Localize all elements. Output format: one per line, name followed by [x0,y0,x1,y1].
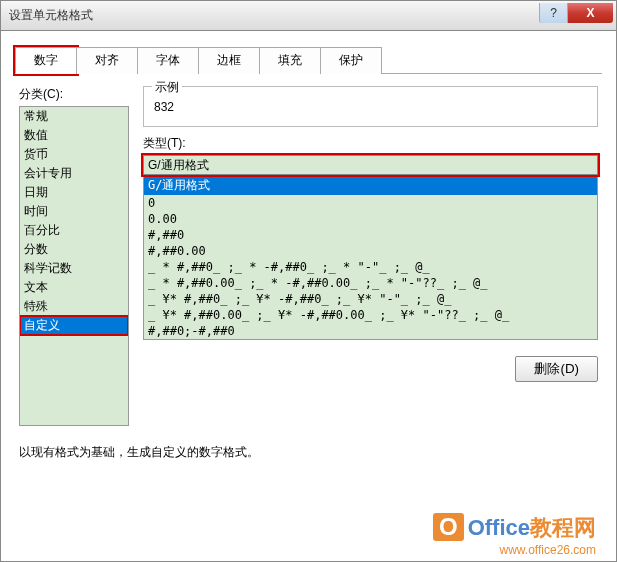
dialog-content: 数字 对齐 字体 边框 填充 保护 分类(C): 常规 数值 货币 会计专用 日… [1,31,616,489]
window-buttons: ? X [539,3,613,23]
list-item[interactable]: 数值 [20,126,128,145]
list-item[interactable]: 常规 [20,107,128,126]
list-item[interactable]: 百分比 [20,221,128,240]
category-listbox[interactable]: 常规 数值 货币 会计专用 日期 时间 百分比 分数 科学记数 文本 特殊 自定… [19,106,129,426]
watermark-text2: 教程网 [530,515,596,540]
category-column: 分类(C): 常规 数值 货币 会计专用 日期 时间 百分比 分数 科学记数 文… [19,86,129,426]
type-item[interactable]: 0.00 [144,211,597,227]
list-item-custom[interactable]: 自定义 [20,316,128,335]
tab-fill[interactable]: 填充 [259,47,321,74]
delete-row: 删除(D) [143,356,598,382]
watermark-url: www.office26.com [433,543,596,557]
close-button[interactable]: X [567,3,613,23]
watermark: OOffice教程网 www.office26.com [433,513,596,557]
help-button[interactable]: ? [539,3,567,23]
watermark-text1: Office [468,515,530,540]
type-listbox[interactable]: G/通用格式 0 0.00 #,##0 #,##0.00 _ * #,##0_ … [143,175,598,340]
list-item[interactable]: 特殊 [20,297,128,316]
tab-protection[interactable]: 保护 [320,47,382,74]
type-item[interactable]: #,##0 [144,227,597,243]
delete-button[interactable]: 删除(D) [515,356,598,382]
list-item[interactable]: 时间 [20,202,128,221]
type-input[interactable] [143,155,598,175]
list-item[interactable]: 分数 [20,240,128,259]
type-item[interactable]: _ ¥* #,##0_ ;_ ¥* -#,##0_ ;_ ¥* "-"_ ;_ … [144,291,597,307]
tab-body: 分类(C): 常规 数值 货币 会计专用 日期 时间 百分比 分数 科学记数 文… [15,76,602,430]
type-item[interactable]: #,##0;[红色]-#,##0 [144,339,597,340]
tab-number[interactable]: 数字 [15,47,77,74]
type-label: 类型(T): [143,135,598,152]
list-item[interactable]: 科学记数 [20,259,128,278]
type-item[interactable]: #,##0.00 [144,243,597,259]
list-item[interactable]: 货币 [20,145,128,164]
type-item[interactable]: #,##0;-#,##0 [144,323,597,339]
example-value: 832 [154,100,587,114]
help-text: 以现有格式为基础，生成自定义的数字格式。 [19,444,598,461]
list-item[interactable]: 日期 [20,183,128,202]
tab-strip: 数字 对齐 字体 边框 填充 保护 [15,46,602,74]
titlebar: 设置单元格格式 ? X [1,1,616,31]
dialog-window: 设置单元格格式 ? X 数字 对齐 字体 边框 填充 保护 分类(C): 常规 … [0,0,617,562]
tab-border[interactable]: 边框 [198,47,260,74]
type-section: 类型(T): G/通用格式 0 0.00 #,##0 #,##0.00 _ * … [143,135,598,340]
example-label: 示例 [152,79,182,96]
category-label: 分类(C): [19,86,129,103]
watermark-icon: O [433,513,464,541]
example-box: 示例 832 [143,86,598,127]
tab-font[interactable]: 字体 [137,47,199,74]
type-item[interactable]: 0 [144,195,597,211]
type-item[interactable]: G/通用格式 [144,176,597,195]
type-item[interactable]: _ * #,##0.00_ ;_ * -#,##0.00_ ;_ * "-"??… [144,275,597,291]
type-item[interactable]: _ * #,##0_ ;_ * -#,##0_ ;_ * "-"_ ;_ @_ [144,259,597,275]
window-title: 设置单元格格式 [9,7,93,24]
type-item[interactable]: _ ¥* #,##0.00_ ;_ ¥* -#,##0.00_ ;_ ¥* "-… [144,307,597,323]
right-column: 示例 832 类型(T): G/通用格式 0 0.00 #,##0 #,##0.… [143,86,598,426]
list-item[interactable]: 文本 [20,278,128,297]
list-item[interactable]: 会计专用 [20,164,128,183]
tab-alignment[interactable]: 对齐 [76,47,138,74]
